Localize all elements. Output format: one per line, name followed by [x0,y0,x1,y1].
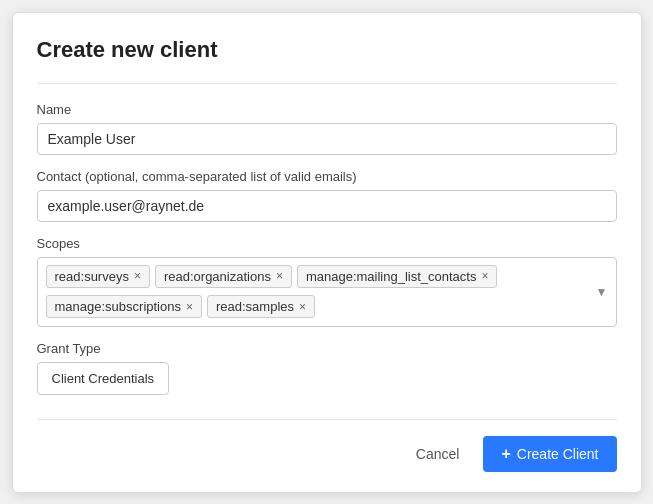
contact-label: Contact (optional, comma-separated list … [37,169,617,184]
scope-tag-remove-read-organizations[interactable]: × [276,270,283,282]
scope-tag-read-surveys: read:surveys × [46,265,150,288]
scope-tag-read-samples: read:samples × [207,295,315,318]
scope-tag-label: manage:mailing_list_contacts [306,269,477,284]
title-divider [37,83,617,84]
contact-input[interactable] [37,190,617,222]
name-label: Name [37,102,617,117]
scope-tag-remove-read-surveys[interactable]: × [134,270,141,282]
scope-tag-label: manage:subscriptions [55,299,181,314]
scopes-field-group: Scopes read:surveys × read:organizations… [37,236,617,327]
contact-field-group: Contact (optional, comma-separated list … [37,169,617,222]
scope-tag-label: read:surveys [55,269,129,284]
scopes-input[interactable] [320,299,607,315]
dialog-title: Create new client [37,37,617,63]
scope-tag-remove-manage-mailing-list-contacts[interactable]: × [481,270,488,282]
cancel-button[interactable]: Cancel [404,438,472,470]
scope-tag-manage-subscriptions: manage:subscriptions × [46,295,202,318]
scope-tag-label: read:samples [216,299,294,314]
scopes-container[interactable]: read:surveys × read:organizations × mana… [37,257,617,327]
grant-type-button[interactable]: Client Credentials [37,362,170,395]
scope-tag-remove-read-samples[interactable]: × [299,301,306,313]
scope-tag-manage-mailing-list-contacts: manage:mailing_list_contacts × [297,265,498,288]
create-client-button[interactable]: + Create Client [483,436,616,472]
grant-type-field-group: Grant Type Client Credentials [37,341,617,395]
plus-icon: + [501,445,510,463]
scope-tag-remove-manage-subscriptions[interactable]: × [186,301,193,313]
create-client-label: Create Client [517,446,599,462]
scopes-label: Scopes [37,236,617,251]
scopes-dropdown-icon[interactable]: ▼ [596,285,608,299]
scope-tag-label: read:organizations [164,269,271,284]
grant-type-label: Grant Type [37,341,617,356]
create-client-dialog: Create new client Name Contact (optional… [12,12,642,493]
scope-tag-read-organizations: read:organizations × [155,265,292,288]
dialog-footer: Cancel + Create Client [37,419,617,472]
name-input[interactable] [37,123,617,155]
name-field-group: Name [37,102,617,155]
